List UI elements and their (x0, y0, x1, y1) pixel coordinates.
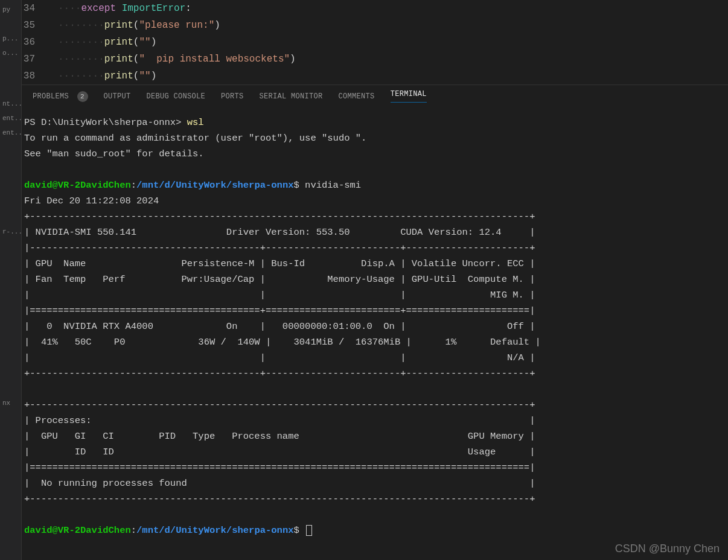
code-line[interactable]: 35········print("please run:") (22, 17, 728, 34)
tab-problems[interactable]: PROBLEMS 2 (33, 91, 88, 102)
tab-item[interactable]: nt... (0, 97, 21, 111)
code-line[interactable]: 34····except ImportError: (22, 0, 728, 17)
tab-item[interactable]: py (0, 2, 21, 17)
code-line[interactable]: 37········print(" pip install websockets… (22, 51, 728, 68)
tab-item[interactable]: nx (0, 396, 21, 410)
tab-item[interactable]: r-... (0, 224, 21, 239)
tab-item[interactable] (0, 24, 21, 31)
tab-comments[interactable]: COMMENTS (339, 92, 375, 101)
watermark: CSDN @Bunny Chen (615, 542, 720, 555)
editor-tab-list: py p... o... nt... ent... ent... r-... n… (0, 0, 22, 560)
code-line[interactable]: 38········print("") (22, 68, 728, 84)
tab-label: PROBLEMS (33, 92, 69, 101)
tab-item[interactable]: o... (0, 46, 21, 60)
terminal-output[interactable]: PS D:\UnityWork\sherpa-onnx> wsl To run … (22, 107, 728, 560)
tab-terminal[interactable]: TERMINAL (391, 90, 427, 103)
tab-item[interactable]: ent... (0, 111, 21, 126)
problems-count-badge: 2 (77, 91, 88, 102)
tab-ports[interactable]: PORTS (221, 92, 244, 101)
tab-output[interactable]: OUTPUT (104, 92, 131, 101)
main-area: 34····except ImportError:35········print… (22, 0, 728, 560)
bottom-panel: PROBLEMS 2 OUTPUT DEBUG CONSOLE PORTS SE… (22, 84, 728, 560)
tab-item[interactable]: p... (0, 31, 21, 46)
tab-item[interactable] (0, 17, 21, 24)
panel-tabs: PROBLEMS 2 OUTPUT DEBUG CONSOLE PORTS SE… (22, 85, 728, 107)
tab-debug-console[interactable]: DEBUG CONSOLE (147, 92, 206, 101)
tab-serial-monitor[interactable]: SERIAL MONITOR (260, 92, 323, 101)
code-editor[interactable]: 34····except ImportError:35········print… (22, 0, 728, 84)
code-line[interactable]: 36········print("") (22, 34, 728, 51)
tab-item[interactable]: ent... (0, 126, 21, 140)
